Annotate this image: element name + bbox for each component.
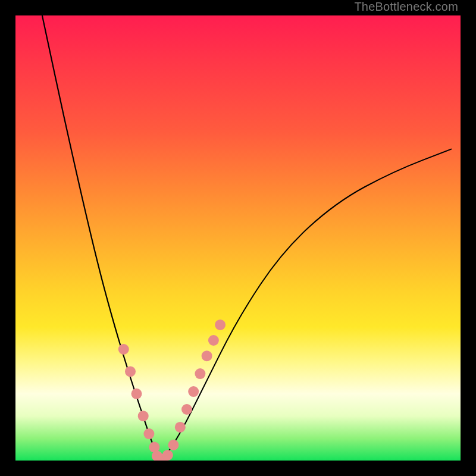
data-dot [175,422,186,433]
curve-left-branch [42,15,162,461]
chart-frame: TheBottleneck.com [0,0,476,476]
data-dots-group [118,320,226,461]
data-dot [202,350,212,361]
data-dot [131,389,142,399]
plot-area [15,15,461,461]
data-dot [181,404,192,415]
data-dot [215,320,226,330]
data-dot [208,335,219,346]
data-dot [138,411,149,421]
data-dot [118,344,129,355]
curve-right-branch [162,149,452,461]
data-dot [143,428,154,439]
data-dot [162,450,173,461]
data-dot [125,366,136,377]
data-dot [168,440,179,450]
curve-group [42,15,452,461]
bottleneck-curve-svg [15,15,461,461]
watermark-text: TheBottleneck.com [354,0,458,14]
data-dot [195,368,205,379]
data-dot [188,386,199,397]
